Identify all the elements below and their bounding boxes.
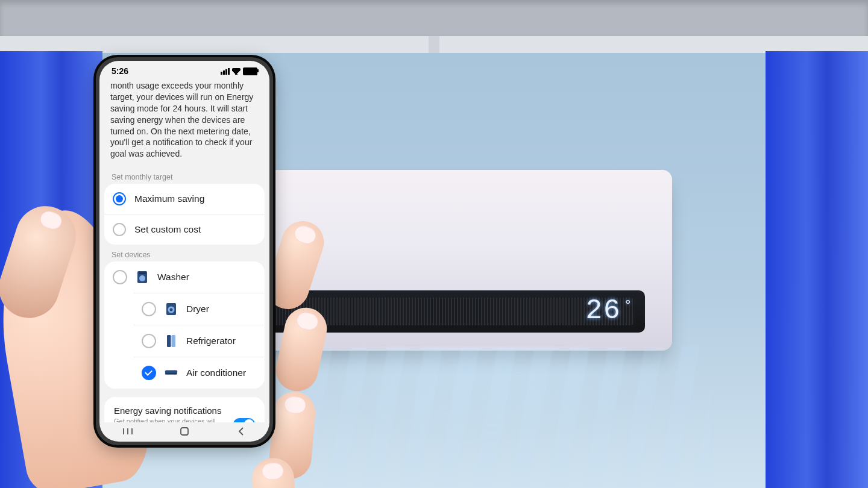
ac-front-panel xyxy=(238,290,645,333)
option-label: Maximum saving xyxy=(134,193,204,204)
android-nav-bar xyxy=(99,421,269,442)
back-button[interactable] xyxy=(235,425,247,437)
device-row-washer[interactable]: Washer xyxy=(104,261,265,293)
intro-text: month usage exceeds your monthly target,… xyxy=(99,80,269,167)
wifi-icon xyxy=(232,68,241,75)
svg-rect-9 xyxy=(166,373,177,374)
svg-rect-13 xyxy=(181,428,188,435)
status-bar: 5:26 xyxy=(99,61,269,80)
degree-icon: ° xyxy=(624,298,634,314)
status-icons xyxy=(221,67,257,75)
checkbox-unchecked-icon[interactable] xyxy=(142,334,156,348)
device-row-dryer[interactable]: Dryer xyxy=(133,293,265,325)
svg-rect-6 xyxy=(167,335,171,347)
refrigerator-icon xyxy=(165,334,178,348)
checkbox-unchecked-icon[interactable] xyxy=(113,270,127,284)
home-button[interactable] xyxy=(178,425,190,437)
ac-temperature-display: 26° xyxy=(585,295,631,327)
phone-frame: 5:26 month usage exceeds your monthly ta… xyxy=(93,55,275,448)
curtain-right xyxy=(766,51,868,488)
ac-temp-value: 26 xyxy=(585,295,621,327)
device-label: Washer xyxy=(157,272,189,283)
ac-grill xyxy=(249,298,634,325)
ceiling xyxy=(0,0,868,36)
ceiling-trim xyxy=(0,36,868,53)
signal-icon xyxy=(221,68,230,75)
target-options-card: Maximum saving Set custom cost xyxy=(104,184,265,245)
air-conditioner-unit: 26° xyxy=(211,170,672,351)
svg-rect-7 xyxy=(172,335,176,347)
option-set-custom-cost[interactable]: Set custom cost xyxy=(104,214,265,245)
status-time: 5:26 xyxy=(112,66,128,76)
air-conditioner-icon xyxy=(165,366,178,380)
device-row-refrigerator[interactable]: Refrigerator xyxy=(133,325,265,357)
curtain-left xyxy=(0,51,102,488)
radio-unselected-icon[interactable] xyxy=(113,223,126,236)
svg-rect-2 xyxy=(139,272,146,274)
scroll-content[interactable]: month usage exceeds your monthly target,… xyxy=(99,80,269,422)
battery-icon xyxy=(243,67,257,75)
recents-button[interactable] xyxy=(122,425,134,437)
option-maximum-saving[interactable]: Maximum saving xyxy=(104,184,265,214)
radio-selected-icon[interactable] xyxy=(113,192,126,205)
notifications-card: Energy saving notifications Get notified… xyxy=(104,397,265,422)
device-label: Dryer xyxy=(186,304,209,314)
phone-screen: 5:26 month usage exceeds your monthly ta… xyxy=(99,61,269,442)
checkbox-checked-icon[interactable] xyxy=(142,366,156,380)
device-row-air-conditioner[interactable]: Air conditioner xyxy=(133,357,265,389)
device-label: Refrigerator xyxy=(186,336,236,346)
device-label: Air conditioner xyxy=(186,368,246,378)
devices-card: Washer Dryer Refrigerator xyxy=(104,261,265,389)
option-label: Set custom cost xyxy=(134,224,201,235)
checkbox-unchecked-icon[interactable] xyxy=(142,302,156,316)
dryer-icon xyxy=(165,302,178,316)
washer-icon xyxy=(136,271,149,284)
section-header-target: Set monthly target xyxy=(99,167,269,184)
svg-point-5 xyxy=(170,308,173,311)
section-header-devices: Set devices xyxy=(99,245,269,261)
airflow-effect xyxy=(259,346,711,488)
notifications-title: Energy saving notifications xyxy=(114,405,226,416)
svg-point-1 xyxy=(139,275,145,281)
